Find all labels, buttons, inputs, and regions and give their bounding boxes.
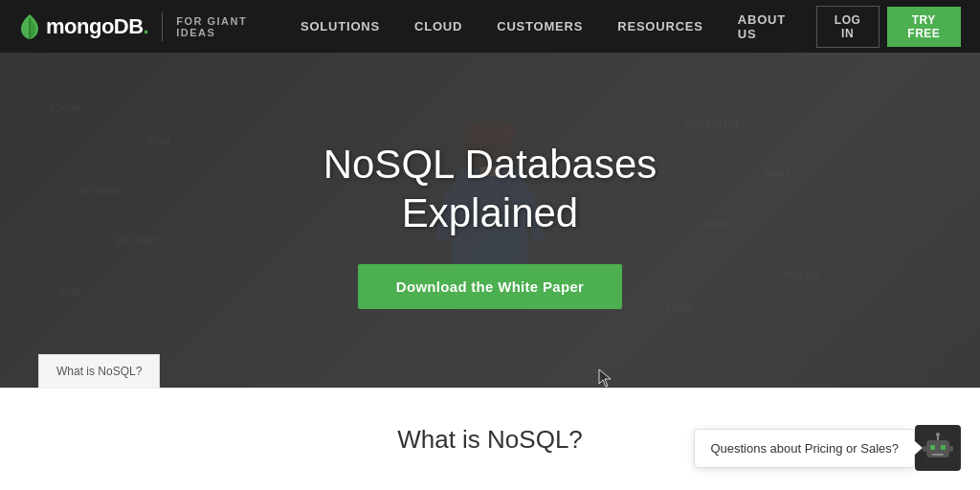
svg-rect-7 [932,454,944,456]
svg-point-9 [936,433,940,436]
brand-logo[interactable]: mongoDB. [19,13,148,40]
nav-item-cloud[interactable]: CLOUD [397,0,479,53]
main-nav: SOLUTIONS CLOUD CUSTOMERS RESOURCES ABOU… [283,0,961,53]
nav-item-about[interactable]: ABOUT US [721,0,807,53]
svg-rect-5 [930,445,935,450]
hero-content: NoSQL Databases Explained Download the W… [0,53,980,388]
chat-bubble: Questions about Pricing or Sales? [694,429,915,468]
svg-rect-11 [949,446,953,452]
chat-bubble-text: Questions about Pricing or Sales? [710,441,899,456]
hero-cta-button[interactable]: Download the White Paper [358,264,622,309]
nosql-section-title: What is NoSQL? [397,425,583,455]
navbar: mongoDB. FOR GIANT IDEAS SOLUTIONS CLOUD… [0,0,980,53]
nav-item-resources[interactable]: RESOURCES [600,0,721,53]
nav-item-customers[interactable]: CUSTOMERS [479,0,600,53]
svg-rect-6 [941,445,946,450]
mongo-logo: mongoDB. [19,13,148,40]
mongo-logo-text: mongoDB. [46,14,148,39]
mongo-leaf-icon [19,13,40,40]
nav-item-solutions[interactable]: SOLUTIONS [283,0,397,53]
navbar-tagline: FOR GIANT IDEAS [176,15,283,38]
chat-bot-icon [921,431,955,465]
hero-title: NoSQL Databases Explained [323,141,657,237]
login-button[interactable]: LOG IN [816,6,880,48]
chat-widget[interactable]: Questions about Pricing or Sales? [694,425,961,471]
svg-rect-10 [923,446,926,452]
hero-section: SCHEMANOSQLDATABASEDOCUMENTJSONCOLLECTIO… [0,0,980,388]
nav-divider [162,12,163,41]
try-free-button[interactable]: TRY FREE [887,7,961,47]
